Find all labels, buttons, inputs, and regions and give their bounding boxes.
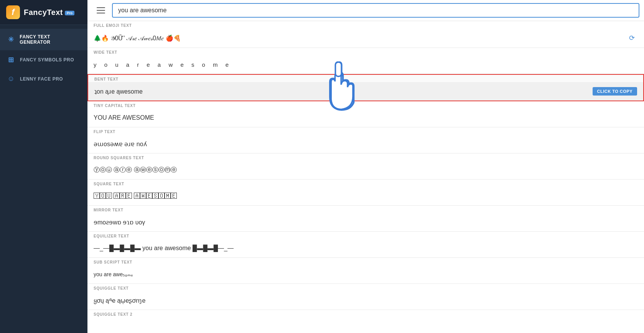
text-flip-text: ǝɯosǝʍɐ ǝɹɐ noʎ xyxy=(94,140,638,148)
text-squiggle-text-2 xyxy=(94,323,638,330)
label-round-squares-text: ROUND SQUARES TEXT xyxy=(87,153,644,161)
search-input[interactable] xyxy=(112,3,639,18)
section-wide-text: WIDE TEXT y o u a r e a w e s o m e xyxy=(87,48,644,74)
label-tiny-capital-text: TINY CAPITAL TEXT xyxy=(87,101,644,109)
section-bent-text: BENT TEXT ʇon ąɹe ąwesome CLICK TO COPY xyxy=(87,74,644,101)
label-full-emoji-text: FULL EMOJI TEXT xyxy=(87,21,644,28)
sidebar-item-lenny-face-pro[interactable]: ☺ LENNY FACE PRO xyxy=(0,69,87,88)
face-icon: ☺ xyxy=(7,75,15,83)
sidebar-item-label: FANCY SYMBOLS PRO xyxy=(20,57,74,63)
app-logo: f xyxy=(6,5,20,19)
text-squiggle-text: ყơų ąཞe ąῳeʂơɱe xyxy=(94,297,638,304)
section-full-emoji-text: FULL EMOJI TEXT 🌲🔥 𝒴0Ữ' 𝒜𝓇𝑒 𝒜𝓌𝑒𝓈0𝑀𝑒 🍎🍕 ⟳ xyxy=(87,21,644,48)
text-full-emoji-text: 🌲🔥 𝒴0Ữ' 𝒜𝓇𝑒 𝒜𝓌𝑒𝓈0𝑀𝑒 🍎🍕 xyxy=(94,35,622,42)
section-flip-text: FLIP TEXT ǝɯosǝʍɐ ǝɹɐ noʎ xyxy=(87,127,644,153)
hamburger-menu[interactable] xyxy=(94,4,108,16)
row-mirror-text: ɘmoƨɘwɒ ɘɿɒ υoγ xyxy=(87,213,644,231)
text-square-text: 🅈🄾🅄 🄰🅁🄴 🄰🅆🄴🅂🄾🄼🄴 xyxy=(94,193,638,199)
label-bent-text: BENT TEXT xyxy=(88,75,643,82)
grid-icon: ⊞ xyxy=(7,56,15,64)
text-tiny-capital-text: YOU ARE AWESOME xyxy=(94,114,638,121)
section-equalizer-text: EQUILIZER TEXT —_—█▬█▬█▬ you are awesome… xyxy=(87,232,644,258)
section-square-text: SQUARE TEXT 🅈🄾🅄 🄰🅁🄴 🄰🅆🄴🅂🄾🄼🄴 xyxy=(87,180,644,206)
refresh-button-full-emoji[interactable]: ⟳ xyxy=(626,32,638,44)
app-name: FancyText xyxy=(24,8,63,17)
row-square-text: 🅈🄾🅄 🄰🅁🄴 🄰🅆🄴🅂🄾🄼🄴 xyxy=(87,187,644,205)
text-mirror-text: ɘmoƨɘwɒ ɘɿɒ υoγ xyxy=(94,219,638,226)
sidebar-item-fancy-text-generator[interactable]: ✳ FANCY TEXT GENERATOR xyxy=(0,29,87,50)
section-round-squares-text: ROUND SQUARES TEXT ⓨⓞⓤ ⓐⓡⓔ ⓐⓦⓔⓢⓞⓜⓔ xyxy=(87,153,644,180)
section-squiggle-text: SQUIGGLE TEXT ყơų ąཞe ąῳeʂơɱe xyxy=(87,284,644,310)
row-squiggle-text: ყơų ąཞe ąῳeʂơɱe xyxy=(87,291,644,310)
row-wide-text: y o u a r e a w e s o m e xyxy=(87,55,644,74)
label-flip-text: FLIP TEXT xyxy=(87,127,644,135)
text-bent-text: ʇon ąɹe ąwesome xyxy=(94,88,589,95)
label-wide-text: WIDE TEXT xyxy=(87,48,644,55)
pro-badge: Pro xyxy=(65,11,74,15)
section-tiny-capital-text: TINY CAPITAL TEXT YOU ARE AWESOME xyxy=(87,101,644,127)
section-mirror-text: MIRROR TEXT ɘmoƨɘwɒ ɘɿɒ υoγ xyxy=(87,206,644,232)
row-sub-script-text: you are awe₅ₒₘₑ xyxy=(87,265,644,284)
label-square-text: SQUARE TEXT xyxy=(87,180,644,187)
label-squiggle-text: SQUIGGLE TEXT xyxy=(87,284,644,291)
sidebar-header: f FancyText Pro xyxy=(0,0,87,25)
row-bent-text: ʇon ąɹe ąwesome CLICK TO COPY xyxy=(88,82,643,101)
text-round-squares-text: ⓨⓞⓤ ⓐⓡⓔ ⓐⓦⓔⓢⓞⓜⓔ xyxy=(94,166,638,174)
label-equalizer-text: EQUILIZER TEXT xyxy=(87,232,644,239)
sidebar: f FancyText Pro ✳ FANCY TEXT GENERATOR ⊞… xyxy=(0,0,87,333)
row-tiny-capital-text: YOU ARE AWESOME xyxy=(87,109,644,127)
sidebar-nav: ✳ FANCY TEXT GENERATOR ⊞ FANCY SYMBOLS P… xyxy=(0,25,87,333)
label-squiggle-text-2: SQUIGGLE TEXT 2 xyxy=(87,310,644,317)
text-equalizer-text: —_—█▬█▬█▬ you are awesome █▬█▬█—_— xyxy=(94,245,638,252)
content-area: FULL EMOJI TEXT 🌲🔥 𝒴0Ữ' 𝒜𝓇𝑒 𝒜𝓌𝑒𝓈0𝑀𝑒 🍎🍕 ⟳… xyxy=(87,21,644,333)
star-icon: ✳ xyxy=(7,35,15,44)
text-wide-text: y o u a r e a w e s o m e xyxy=(94,61,638,68)
text-sub-script-text: you are awe₅ₒₘₑ xyxy=(94,271,638,277)
sidebar-item-label: FANCY TEXT GENERATOR xyxy=(20,34,81,45)
row-round-squares-text: ⓨⓞⓤ ⓐⓡⓔ ⓐⓦⓔⓢⓞⓜⓔ xyxy=(87,161,644,179)
row-equalizer-text: —_—█▬█▬█▬ you are awesome █▬█▬█—_— xyxy=(87,239,644,257)
section-sub-script-text: SUB SCRIPT TEXT you are awe₅ₒₘₑ xyxy=(87,258,644,284)
row-flip-text: ǝɯosǝʍɐ ǝɹɐ noʎ xyxy=(87,135,644,153)
section-squiggle-text-2: SQUIGGLE TEXT 2 xyxy=(87,310,644,333)
topbar xyxy=(87,0,644,21)
main: FULL EMOJI TEXT 🌲🔥 𝒴0Ữ' 𝒜𝓇𝑒 𝒜𝓌𝑒𝓈0𝑀𝑒 🍎🍕 ⟳… xyxy=(87,0,644,333)
copy-button-bent-text[interactable]: CLICK TO COPY xyxy=(593,87,637,96)
row-squiggle-text-2 xyxy=(87,317,644,333)
label-sub-script-text: SUB SCRIPT TEXT xyxy=(87,258,644,265)
sidebar-item-label: LENNY FACE PRO xyxy=(20,76,63,82)
sidebar-item-fancy-symbols-pro[interactable]: ⊞ FANCY SYMBOLS PRO xyxy=(0,50,87,69)
row-full-emoji-text: 🌲🔥 𝒴0Ữ' 𝒜𝓇𝑒 𝒜𝓌𝑒𝓈0𝑀𝑒 🍎🍕 ⟳ xyxy=(87,28,644,48)
label-mirror-text: MIRROR TEXT xyxy=(87,206,644,213)
